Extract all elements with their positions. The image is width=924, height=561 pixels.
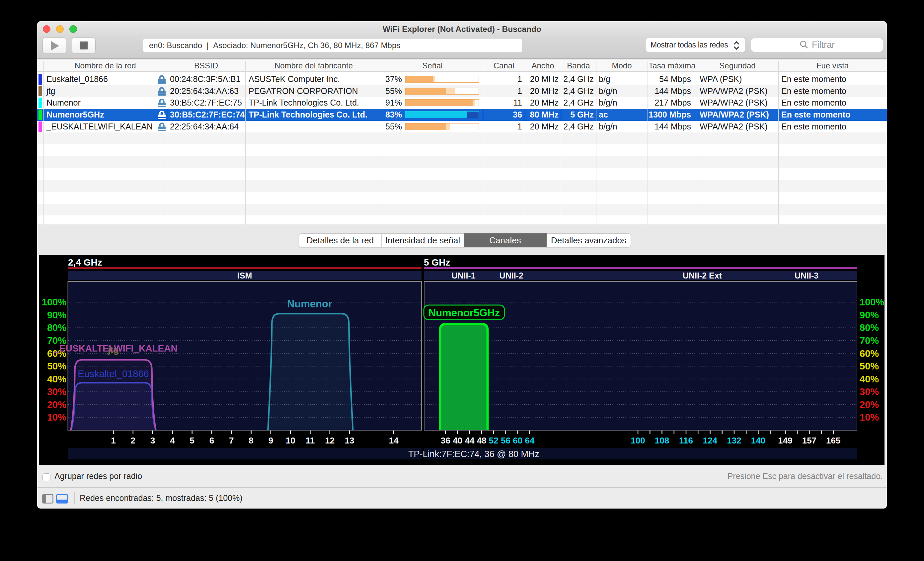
svg-text:12: 12 xyxy=(325,435,334,446)
svg-text:100%: 100% xyxy=(42,297,66,308)
svg-text:40%: 40% xyxy=(47,374,66,384)
svg-text:10: 10 xyxy=(286,435,296,446)
svg-text:UNII-1: UNII-1 xyxy=(452,271,475,280)
svg-text:7: 7 xyxy=(229,435,234,446)
svg-text:8: 8 xyxy=(249,435,253,446)
svg-text:3: 3 xyxy=(150,435,155,446)
svg-text:157: 157 xyxy=(802,435,816,446)
svg-text:11: 11 xyxy=(306,435,315,446)
svg-text:TP-Link:7F:EC:74, 36 @ 80 MHz: TP-Link:7F:EC:74, 36 @ 80 MHz xyxy=(408,449,539,459)
svg-text:9: 9 xyxy=(268,435,273,446)
svg-text:20%: 20% xyxy=(860,399,879,410)
svg-text:56: 56 xyxy=(501,435,510,446)
svg-text:64: 64 xyxy=(525,435,535,446)
svg-text:116: 116 xyxy=(679,435,693,446)
svg-text:Numenor5GHz: Numenor5GHz xyxy=(429,307,500,319)
svg-text:149: 149 xyxy=(778,435,792,446)
svg-text:100: 100 xyxy=(631,435,645,446)
svg-text:2: 2 xyxy=(131,435,135,446)
svg-text:30%: 30% xyxy=(47,386,66,397)
svg-text:UNII-2: UNII-2 xyxy=(500,271,524,280)
svg-text:80%: 80% xyxy=(860,322,879,333)
svg-text:70%: 70% xyxy=(860,335,879,346)
svg-text:20%: 20% xyxy=(47,399,66,410)
svg-text:2,4 GHz: 2,4 GHz xyxy=(68,257,102,267)
svg-text:90%: 90% xyxy=(47,310,66,320)
svg-text:5 GHz: 5 GHz xyxy=(424,257,450,267)
svg-text:40: 40 xyxy=(453,435,462,446)
svg-text:108: 108 xyxy=(655,435,669,446)
svg-text:80%: 80% xyxy=(47,322,66,333)
svg-text:6: 6 xyxy=(209,435,214,446)
svg-text:165: 165 xyxy=(826,435,840,446)
svg-text:5: 5 xyxy=(189,435,194,446)
svg-text:50%: 50% xyxy=(860,361,879,372)
svg-text:Euskaltel_01866: Euskaltel_01866 xyxy=(78,369,149,379)
svg-text:UNII-2 Ext: UNII-2 Ext xyxy=(683,271,722,280)
svg-text:10%: 10% xyxy=(860,412,879,423)
svg-text:_EUSKALTELWIFI_KALEAN: _EUSKALTELWIFI_KALEAN xyxy=(54,343,177,354)
svg-text:14: 14 xyxy=(389,435,399,446)
svg-text:UNII-3: UNII-3 xyxy=(795,271,819,280)
svg-text:Numenor: Numenor xyxy=(287,298,332,310)
svg-text:ISM: ISM xyxy=(237,271,252,280)
svg-text:36: 36 xyxy=(441,435,450,446)
svg-text:44: 44 xyxy=(465,435,474,446)
svg-text:52: 52 xyxy=(489,435,498,446)
svg-text:4: 4 xyxy=(170,435,175,446)
svg-text:50%: 50% xyxy=(47,361,66,372)
svg-text:60%: 60% xyxy=(860,348,879,359)
svg-text:40%: 40% xyxy=(860,374,879,384)
svg-text:13: 13 xyxy=(345,435,354,446)
svg-text:124: 124 xyxy=(703,435,717,446)
svg-text:30%: 30% xyxy=(860,386,879,397)
svg-text:90%: 90% xyxy=(860,310,879,320)
svg-text:1: 1 xyxy=(111,435,116,446)
svg-text:10%: 10% xyxy=(47,412,66,423)
svg-text:60: 60 xyxy=(513,435,522,446)
svg-text:48: 48 xyxy=(477,435,486,446)
svg-text:100%: 100% xyxy=(860,297,884,308)
svg-text:132: 132 xyxy=(727,435,741,446)
svg-text:140: 140 xyxy=(751,435,765,446)
